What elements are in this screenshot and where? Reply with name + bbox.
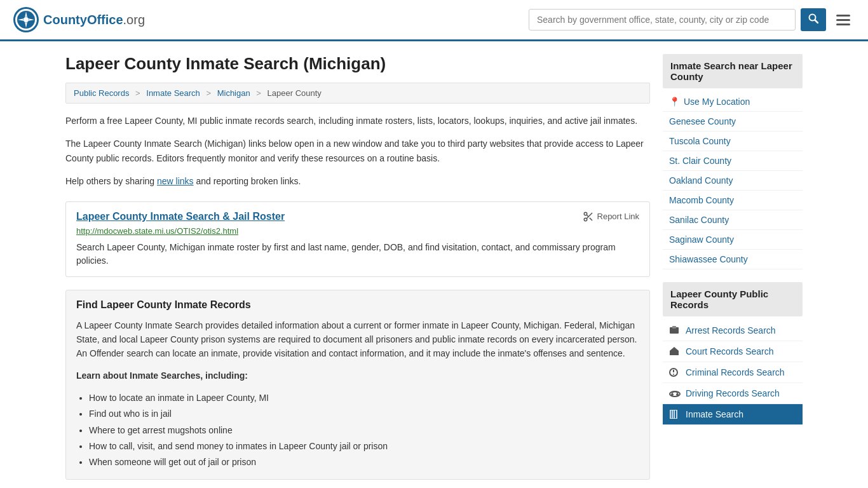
search-icon — [808, 13, 818, 24]
search-button[interactable] — [801, 8, 826, 31]
find-section-title: Find Lapeer County Inmate Records — [76, 299, 639, 311]
logo-area: CountyOffice.org — [13, 6, 145, 33]
nearby-county-link[interactable]: St. Clair County — [663, 151, 803, 171]
header: CountyOffice.org — [0, 0, 868, 41]
nearby-county-link[interactable]: Oakland County — [663, 171, 803, 191]
court-icon — [669, 347, 681, 356]
svg-line-9 — [815, 20, 818, 24]
public-record-link[interactable]: Criminal Records Search — [663, 362, 803, 383]
link-card-header: Lapeer County Inmate Search & Jail Roste… — [76, 211, 639, 222]
nearby-county-link[interactable]: Saginaw County — [663, 230, 803, 250]
intro3-pre-text: Help others by sharing — [65, 176, 157, 186]
find-bullet: How to call, visit, and send money to in… — [89, 438, 639, 454]
svg-point-23 — [671, 393, 674, 396]
public-record-link[interactable]: Arrest Records Search — [663, 320, 803, 341]
find-bullet: When someone will get out of jail or pri… — [89, 454, 639, 470]
breadcrumb-sep-3: > — [256, 88, 261, 98]
breadcrumb-lapeer-county: Lapeer County — [268, 88, 322, 98]
inmate-icon — [669, 410, 681, 419]
public-record-label: Inmate Search — [686, 409, 743, 419]
nearby-county-link[interactable]: Tuscola County — [663, 132, 803, 151]
menu-button[interactable] — [831, 10, 855, 30]
svg-line-14 — [587, 215, 588, 217]
location-icon: 📍 — [669, 97, 680, 107]
search-area — [529, 8, 855, 31]
breadcrumb-public-records[interactable]: Public Records — [74, 88, 129, 98]
find-bullet: Find out who is in jail — [89, 406, 639, 422]
breadcrumb-michigan[interactable]: Michigan — [217, 88, 250, 98]
use-my-location-label: Use My Location — [684, 97, 750, 107]
public-record-link[interactable]: Driving Records Search — [663, 383, 803, 404]
public-record-label: Court Records Search — [686, 346, 774, 356]
link-card-url[interactable]: http://mdocweb.state.mi.us/OTIS2/otis2.h… — [76, 226, 639, 236]
public-records-links: Arrest Records SearchCourt Records Searc… — [663, 320, 803, 425]
svg-point-11 — [584, 218, 587, 221]
logo-text: CountyOffice.org — [43, 13, 145, 27]
scissors-icon — [583, 211, 594, 222]
svg-point-7 — [24, 17, 29, 22]
svg-rect-16 — [672, 326, 676, 329]
main-content: Lapeer County Inmate Search (Michigan) P… — [65, 54, 650, 488]
svg-rect-25 — [670, 410, 677, 419]
svg-line-13 — [589, 217, 592, 220]
svg-rect-17 — [670, 351, 679, 355]
driving-icon — [669, 389, 681, 398]
nearby-county-link[interactable]: Macomb County — [663, 191, 803, 210]
new-links-link[interactable]: new links — [157, 176, 194, 186]
nearby-counties: Genesee CountyTuscola CountySt. Clair Co… — [663, 112, 803, 269]
svg-point-10 — [584, 212, 587, 215]
intro-paragraph-1: Perform a free Lapeer County, MI public … — [65, 114, 650, 128]
link-card-title[interactable]: Lapeer County Inmate Search & Jail Roste… — [76, 211, 285, 222]
nearby-county-link[interactable]: Genesee County — [663, 112, 803, 132]
search-input[interactable] — [529, 9, 796, 30]
sidebar: Inmate Search near Lapeer County 📍 Use M… — [663, 54, 803, 488]
find-section-para1: A Lapeer County Inmate Search provides d… — [76, 318, 639, 361]
find-bullet: How to locate an inmate in Lapeer County… — [89, 390, 639, 406]
public-records-section: Lapeer County Public Records Arrest Reco… — [663, 282, 803, 425]
main-container: Lapeer County Inmate Search (Michigan) P… — [53, 41, 815, 488]
intro-paragraph-3: Help others by sharing new links and rep… — [65, 174, 650, 188]
svg-point-21 — [673, 374, 674, 375]
link-card-description: Search Lapeer County, Michigan inmate ro… — [76, 241, 639, 268]
link-card: Lapeer County Inmate Search & Jail Roste… — [65, 201, 650, 277]
svg-marker-18 — [670, 347, 679, 351]
criminal-icon — [669, 368, 681, 377]
report-link-button[interactable]: Report Link — [583, 211, 639, 222]
breadcrumb-sep-1: > — [135, 88, 140, 98]
nearby-county-link[interactable]: Shiawassee County — [663, 250, 803, 269]
public-record-link[interactable]: Inmate Search — [663, 404, 803, 425]
breadcrumb-inmate-search[interactable]: Inmate Search — [146, 88, 200, 98]
use-my-location-link[interactable]: 📍 Use My Location — [663, 92, 803, 112]
nearby-section-title: Inmate Search near Lapeer County — [663, 54, 803, 88]
public-record-label: Arrest Records Search — [686, 325, 776, 336]
public-record-label: Driving Records Search — [686, 388, 780, 398]
public-record-link[interactable]: Court Records Search — [663, 341, 803, 362]
logo-icon — [13, 6, 39, 33]
page-title: Lapeer County Inmate Search (Michigan) — [65, 54, 650, 74]
public-record-label: Criminal Records Search — [686, 367, 785, 377]
intro3-post-text: and reporting broken links. — [194, 176, 301, 186]
intro-paragraph-2: The Lapeer County Inmate Search (Michiga… — [65, 137, 650, 165]
breadcrumb: Public Records > Inmate Search > Michiga… — [65, 83, 650, 104]
breadcrumb-sep-2: > — [206, 88, 211, 98]
public-records-title: Lapeer County Public Records — [663, 282, 803, 316]
find-bullets: How to locate an inmate in Lapeer County… — [76, 390, 639, 470]
report-link-label: Report Link — [597, 212, 639, 221]
find-section: Find Lapeer County Inmate Records A Lape… — [65, 290, 650, 480]
nearby-section: Inmate Search near Lapeer County 📍 Use M… — [663, 54, 803, 269]
svg-point-24 — [676, 393, 679, 396]
find-section-learn-heading: Learn about Inmate Searches, including: — [76, 369, 639, 383]
nearby-county-link[interactable]: Sanilac County — [663, 210, 803, 230]
arrest-icon — [669, 326, 681, 335]
find-bullet: Where to get arrest mugshots online — [89, 423, 639, 438]
